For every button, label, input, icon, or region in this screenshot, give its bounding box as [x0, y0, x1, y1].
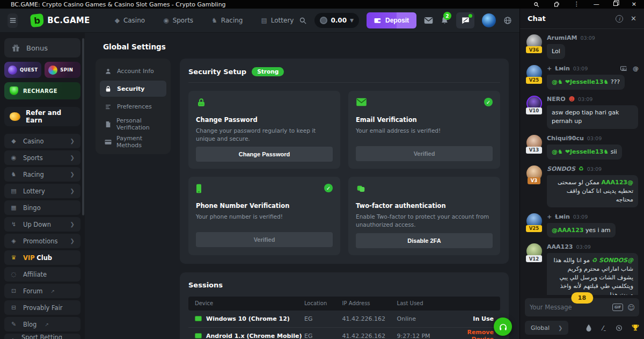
- message-input[interactable]: [530, 304, 608, 311]
- notifications-bell-icon[interactable]: 2: [441, 16, 449, 25]
- sidebar-item-blog[interactable]: ✎Blog↗: [4, 317, 80, 331]
- user-avatar[interactable]: [482, 13, 496, 27]
- sidebar-item-forum[interactable]: ⊡Forum↗: [4, 284, 80, 298]
- email-verified-button[interactable]: Verified: [356, 146, 493, 161]
- rain-drop-icon[interactable]: [586, 324, 592, 331]
- recharge-button[interactable]: RECHARGE: [4, 82, 80, 99]
- username[interactable]: Ɫмin: [555, 65, 570, 72]
- username[interactable]: NERO: [547, 96, 566, 103]
- preferences-icon: [105, 103, 112, 110]
- provably-fair-icon: ⊟: [10, 304, 17, 311]
- browser-menu-icon[interactable]: ⋮: [574, 1, 580, 8]
- sports-icon: ◉: [10, 154, 17, 161]
- nav-casino[interactable]: ◆Casino: [115, 17, 145, 24]
- username[interactable]: SONDOS: [547, 165, 575, 172]
- person-icon: [105, 68, 112, 75]
- change-password-button[interactable]: Change Password: [196, 147, 333, 162]
- wallet-icon: [374, 17, 382, 24]
- wallet-balance[interactable]: 0.00 ▼: [314, 13, 359, 28]
- info-icon[interactable]: i: [616, 15, 623, 23]
- chat-messages[interactable]: V36 ArumiAM03:09 Lol V25 + Ɫмin 03:09 @ …: [520, 29, 644, 295]
- sessions-panel: Sessions Device Location IP Address Last…: [180, 272, 509, 339]
- quest-button[interactable]: QUEST: [4, 62, 41, 78]
- chevron-down-icon: ▼: [350, 18, 354, 23]
- sidebar-item-provably-fair[interactable]: ⊟Provably Fair: [4, 300, 80, 315]
- coin-flip-icon[interactable]: [616, 324, 623, 331]
- command-slash-icon[interactable]: /​ˍ: [601, 324, 606, 331]
- password-lock-icon: [196, 98, 207, 107]
- lightning-icon: ↯: [10, 221, 17, 228]
- maximize-button[interactable]: [613, 1, 618, 8]
- chat-bubble-icon: [462, 17, 470, 24]
- remove-device-button[interactable]: Remove Device: [448, 329, 494, 339]
- deposit-button[interactable]: Deposit: [367, 12, 416, 28]
- devil-icon: ☻: [569, 96, 575, 103]
- disable-2fa-button[interactable]: Disable 2FA: [356, 233, 493, 248]
- settings-nav-personal-verification[interactable]: Personal Verification: [100, 116, 166, 132]
- minimize-button[interactable]: —: [594, 1, 599, 8]
- sidebar-item-sport-betting[interactable]: ♟Sport Betting Insig...↗: [4, 334, 80, 339]
- language-globe-icon[interactable]: [503, 16, 512, 25]
- sidebar-item-casino[interactable]: ◆Casino❯: [4, 134, 80, 148]
- username[interactable]: ArumiAM: [547, 34, 577, 41]
- search-icon[interactable]: [299, 17, 307, 25]
- headphones-icon: [499, 323, 508, 331]
- username[interactable]: Ɫмin: [555, 213, 570, 220]
- sidebar-item-bingo[interactable]: ▦Bingo: [4, 200, 80, 215]
- sidebar-item-promotions[interactable]: ◈Promotions❯: [4, 234, 80, 248]
- casino-icon: ◆: [10, 138, 17, 145]
- username[interactable]: Chiqui90cu: [547, 135, 584, 142]
- titlebar-search-icon[interactable]: [533, 2, 539, 8]
- chat-panel: Chat i ✕ V36 ArumiAM03:09 Lol V25 + Ɫмin…: [519, 9, 644, 339]
- settings-nav-account-info[interactable]: Account Info: [100, 63, 166, 79]
- sidebar-item-racing[interactable]: ♞Racing❯: [4, 167, 80, 182]
- vip-badge: V25: [526, 77, 542, 84]
- nav-racing[interactable]: ♞Racing: [211, 17, 243, 24]
- browser-titlebar: BC.GAME: Crypto Casino Games & Casino Sl…: [0, 0, 644, 9]
- chat-toggle-button[interactable]: [456, 12, 474, 28]
- close-chat-icon[interactable]: ✕: [631, 15, 636, 23]
- two-factor-card: Two-factor authentication Enable Two-fac…: [348, 177, 500, 255]
- nav-lottery[interactable]: ▤Lottery: [261, 17, 294, 24]
- external-link-icon: ↗: [45, 322, 49, 327]
- settings-nav-payment-methods[interactable]: Payment Methods: [100, 134, 166, 150]
- affiliate-icon: ◌: [10, 271, 17, 278]
- sidebar-scrollbar[interactable]: [82, 38, 84, 215]
- sidebar-bonus-button[interactable]: Bonus: [4, 38, 80, 57]
- racing-icon: ♞: [10, 171, 17, 178]
- lottery-ticket-icon: ▤: [10, 187, 17, 194]
- session-in-use-label: In Use: [448, 315, 494, 322]
- chevron-right-icon: ❯: [70, 155, 75, 161]
- envelope-icon: [356, 98, 367, 106]
- gold-coins-icon: [10, 112, 20, 121]
- sidebar-item-lottery[interactable]: ▤Lottery❯: [4, 184, 80, 198]
- new-messages-badge[interactable]: 18: [571, 292, 593, 304]
- bc-game-logo[interactable]: b BC.GAME: [31, 14, 90, 27]
- refer-and-earn-button[interactable]: Refer and Earn: [4, 107, 80, 126]
- sidebar-item-affiliate[interactable]: ◌Affiliate: [4, 267, 80, 282]
- settings-nav-preferences[interactable]: Preferences: [100, 98, 166, 114]
- close-button[interactable]: ×: [632, 1, 636, 8]
- mail-icon[interactable]: [424, 17, 433, 24]
- sidebar-item-vip-club[interactable]: ♛VIP Club: [4, 250, 80, 265]
- chat-room-selector[interactable]: Global ❯: [525, 321, 568, 335]
- username[interactable]: AAA123: [547, 243, 573, 250]
- bingo-icon: ▦: [10, 204, 17, 211]
- support-button[interactable]: [494, 318, 512, 336]
- trophy-icon[interactable]: [632, 324, 639, 331]
- mention-icon[interactable]: @: [633, 65, 639, 72]
- tip-icon[interactable]: [620, 66, 627, 71]
- sports-icon: ◉: [163, 17, 169, 24]
- sidebar-item-sports[interactable]: ◉Sports❯: [4, 150, 80, 165]
- extensions-icon[interactable]: [553, 1, 560, 8]
- phone-verification-card: ✓ Phone Number Verification Your phone n…: [188, 177, 340, 255]
- phone-verified-button[interactable]: Verified: [196, 232, 333, 247]
- sidebar-item-updown[interactable]: ↯Up Down❯: [4, 217, 80, 232]
- nav-sports[interactable]: ◉Sports: [163, 17, 193, 24]
- gif-icon[interactable]: GIF: [612, 304, 623, 311]
- spin-button[interactable]: SPIN: [45, 62, 80, 78]
- emoji-icon[interactable]: ☺: [627, 304, 635, 312]
- vip-badge: V36: [526, 46, 542, 53]
- settings-nav-security[interactable]: Security: [100, 81, 166, 97]
- sidebar-toggle-button[interactable]: [8, 13, 18, 28]
